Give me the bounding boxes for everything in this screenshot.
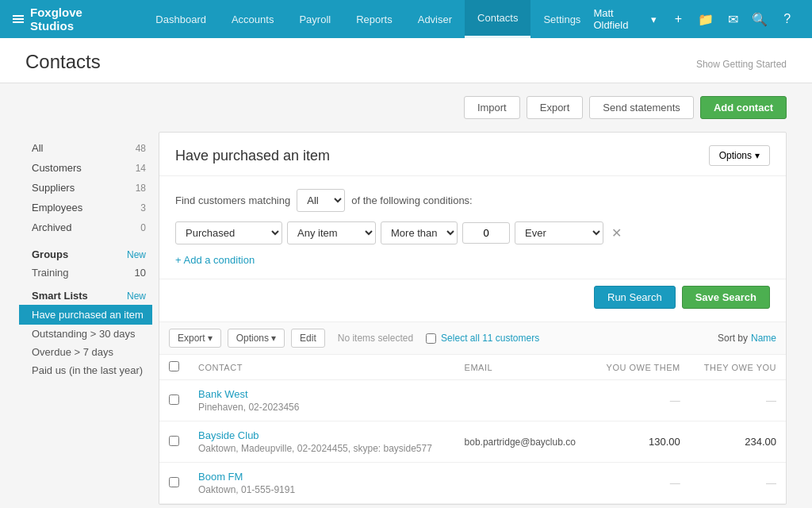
row-you-owe-cell: — bbox=[592, 463, 689, 504]
row-checkbox-cell bbox=[159, 380, 189, 421]
row-contact-cell: Bank West Pinehaven, 02-2023456 bbox=[189, 380, 455, 421]
content-area: Have purchased an item Options ▾ Find cu… bbox=[159, 132, 787, 505]
filter-prefix: Find customers matching bbox=[175, 194, 290, 206]
contact-name-link[interactable]: Bayside Club bbox=[198, 429, 259, 441]
nav-accounts[interactable]: Accounts bbox=[219, 0, 286, 38]
search-icon[interactable]: 🔍 bbox=[748, 6, 772, 32]
nav-right: Matt Oldfield ▾ + 📁 ✉ 🔍 ? bbox=[593, 6, 799, 32]
row-you-owe-cell: — bbox=[592, 380, 689, 421]
import-button[interactable]: Import bbox=[464, 96, 520, 119]
condition-operator-select[interactable]: More than Less than Exactly bbox=[381, 221, 458, 244]
row-they-owe-cell: 234.00 bbox=[690, 421, 786, 463]
matching-select[interactable]: All Any bbox=[297, 189, 345, 212]
col-checkbox bbox=[159, 355, 189, 380]
nav-adviser[interactable]: Adviser bbox=[405, 0, 465, 38]
contact-name-link[interactable]: Bank West bbox=[198, 388, 248, 400]
row-you-owe-cell: 130.00 bbox=[592, 421, 689, 463]
nav-dashboard[interactable]: Dashboard bbox=[143, 0, 219, 38]
smart-list-header: Have purchased an item Options ▾ bbox=[159, 133, 786, 176]
toolbar-export-button[interactable]: Export ▾ bbox=[169, 329, 221, 348]
contact-detail: Pinehaven, 02-2023456 bbox=[198, 402, 446, 413]
export-dropdown-icon: ▾ bbox=[208, 333, 213, 344]
sidebar-item-archived[interactable]: Archived 0 bbox=[25, 217, 152, 237]
row-they-owe-cell: — bbox=[690, 380, 786, 421]
table-row: Boom FM Oaktown, 01-555-9191 — — bbox=[159, 463, 786, 504]
sidebar-smart-list-overdue[interactable]: Overdue > 7 days bbox=[25, 343, 152, 361]
getting-started-link[interactable]: Show Getting Started bbox=[696, 59, 787, 83]
options-dropdown-icon: ▾ bbox=[755, 150, 760, 161]
nav-settings[interactable]: Settings bbox=[530, 0, 593, 38]
condition-value-input[interactable] bbox=[462, 222, 510, 244]
sidebar-group-training[interactable]: Training 10 bbox=[25, 264, 152, 282]
sidebar-groups-header: Groups New bbox=[25, 241, 152, 264]
table-row: Bayside Club Oaktown, Madeupville, 02-20… bbox=[159, 421, 786, 463]
sidebar-smart-list-outstanding[interactable]: Outstanding > 30 days bbox=[25, 325, 152, 343]
row-checkbox[interactable] bbox=[169, 436, 179, 446]
condition-field-select[interactable]: Purchased Has item Account balance bbox=[175, 221, 282, 244]
app-name: Foxglove Studios bbox=[30, 6, 124, 33]
top-nav: Foxglove Studios Dashboard Accounts Payr… bbox=[0, 0, 812, 38]
row-they-owe-cell: — bbox=[690, 463, 786, 504]
sidebar: All 48 Customers 14 Suppliers 18 Employe… bbox=[25, 132, 152, 505]
row-contact-cell: Bayside Club Oaktown, Madeupville, 02-20… bbox=[189, 421, 455, 463]
user-name[interactable]: Matt Oldfield ▾ bbox=[593, 7, 657, 31]
page-header: Contacts Show Getting Started bbox=[0, 38, 812, 83]
nav-contacts[interactable]: Contacts bbox=[465, 0, 530, 38]
toolbar-edit-button[interactable]: Edit bbox=[291, 329, 325, 348]
nav-reports[interactable]: Reports bbox=[343, 0, 405, 38]
contact-email: bob.partridge@bayclub.co bbox=[465, 437, 576, 448]
sidebar-smart-lists-new[interactable]: New bbox=[127, 291, 146, 302]
condition-row: Purchased Has item Account balance Any i… bbox=[175, 221, 770, 244]
sort-by-label: Sort by bbox=[718, 333, 748, 344]
col-they-owe: They Owe You bbox=[690, 355, 786, 380]
sidebar-item-employees[interactable]: Employees 3 bbox=[25, 198, 152, 217]
sidebar-item-suppliers[interactable]: Suppliers 18 bbox=[25, 178, 152, 198]
add-condition-link[interactable]: + Add a condition bbox=[175, 254, 255, 266]
sort-field-link[interactable]: Name bbox=[751, 333, 776, 344]
export-button[interactable]: Export bbox=[527, 96, 584, 119]
app-logo[interactable]: Foxglove Studios bbox=[13, 6, 124, 33]
toolbar-options-button[interactable]: Options ▾ bbox=[228, 329, 285, 348]
help-icon[interactable]: ? bbox=[776, 6, 799, 32]
row-email-cell: bob.partridge@bayclub.co bbox=[455, 421, 592, 463]
table-toolbar: Export ▾ Options ▾ Edit No items selecte… bbox=[159, 321, 786, 355]
sidebar-groups-new[interactable]: New bbox=[127, 249, 146, 260]
col-email: Email bbox=[455, 355, 592, 380]
toolbar-select-all: Select all 11 customers bbox=[426, 333, 539, 344]
row-checkbox[interactable] bbox=[169, 394, 179, 405]
contact-detail: Oaktown, Madeupville, 02-2024455, skype:… bbox=[198, 443, 446, 454]
sidebar-smart-list-paid-us[interactable]: Paid us (in the last year) bbox=[25, 361, 152, 379]
add-icon[interactable]: + bbox=[666, 6, 690, 32]
nav-payroll[interactable]: Payroll bbox=[286, 0, 343, 38]
send-statements-button[interactable]: Send statements bbox=[589, 96, 694, 119]
options-caret-icon: ▾ bbox=[271, 333, 276, 344]
condition-period-select[interactable]: Ever Last 30 days Last 90 days Last year bbox=[515, 221, 603, 244]
logo-icon bbox=[13, 15, 24, 23]
col-contact: Contact bbox=[189, 355, 455, 380]
mail-icon[interactable]: ✉ bbox=[721, 6, 745, 32]
add-contact-button[interactable]: Add contact bbox=[700, 96, 787, 119]
sidebar-smart-list-have-purchased[interactable]: Have purchased an item bbox=[19, 305, 152, 325]
table-row: Bank West Pinehaven, 02-2023456 — — bbox=[159, 380, 786, 421]
options-button[interactable]: Options ▾ bbox=[709, 145, 770, 166]
smart-list-title: Have purchased an item bbox=[175, 148, 330, 164]
toolbar-no-items: No items selected bbox=[338, 333, 413, 344]
page-title: Contacts bbox=[25, 51, 101, 83]
row-email-cell bbox=[455, 463, 592, 504]
select-all-checkbox[interactable] bbox=[426, 333, 436, 344]
sidebar-item-customers[interactable]: Customers 14 bbox=[25, 158, 152, 178]
condition-delete-icon[interactable]: ✕ bbox=[608, 225, 625, 241]
sidebar-smart-lists-header: Smart Lists New bbox=[25, 282, 152, 305]
filter-suffix: of the following conditions: bbox=[351, 194, 472, 206]
condition-item-select[interactable]: Any item Specific item bbox=[287, 221, 376, 244]
folder-icon[interactable]: 📁 bbox=[693, 6, 717, 32]
save-search-button[interactable]: Save Search bbox=[682, 286, 770, 309]
sidebar-all-group: All 48 Customers 14 Suppliers 18 Employe… bbox=[25, 138, 152, 237]
sidebar-item-all[interactable]: All 48 bbox=[25, 138, 152, 158]
row-checkbox[interactable] bbox=[169, 477, 179, 487]
select-all-label[interactable]: Select all 11 customers bbox=[441, 333, 539, 344]
action-bar: Import Export Send statements Add contac… bbox=[0, 83, 812, 132]
header-checkbox[interactable] bbox=[169, 361, 179, 371]
run-search-button[interactable]: Run Search bbox=[594, 286, 676, 309]
contact-name-link[interactable]: Boom FM bbox=[198, 471, 243, 483]
